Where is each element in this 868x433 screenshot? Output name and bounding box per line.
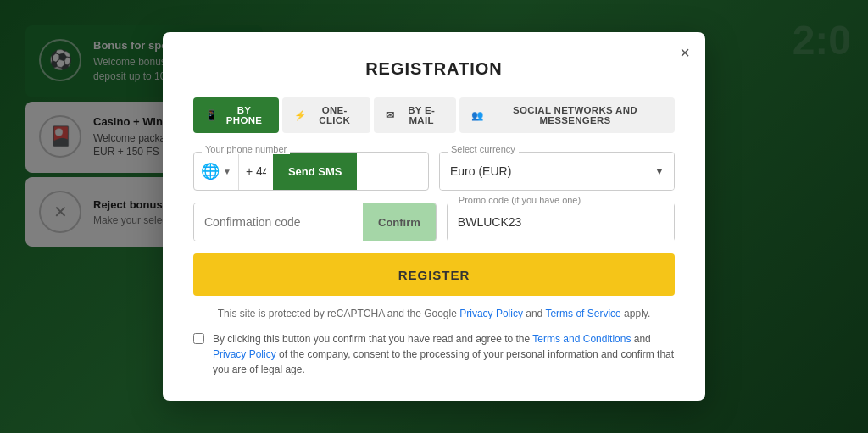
phone-label: Your phone number bbox=[202, 144, 290, 154]
terms-of-service-link[interactable]: Terms of Service bbox=[545, 308, 620, 319]
privacy-policy-checkbox-link[interactable]: Privacy Policy bbox=[213, 348, 276, 360]
promo-code-input[interactable] bbox=[448, 203, 674, 241]
globe-icon: 🌐 bbox=[201, 162, 220, 180]
oneclick-tab-label: ONE-CLICK bbox=[310, 105, 359, 125]
registration-modal: × REGISTRATION 📱 BY PHONE ⚡ ONE-CLICK ✉ … bbox=[163, 32, 705, 401]
tab-by-phone[interactable]: 📱 BY PHONE bbox=[193, 97, 279, 133]
oneclick-tab-icon: ⚡ bbox=[294, 109, 306, 121]
privacy-policy-link[interactable]: Privacy Policy bbox=[459, 308, 523, 319]
confirm-button[interactable]: Confirm bbox=[363, 203, 436, 241]
currency-select[interactable]: Euro (EUR) USD (USD) GBP (GBP) bbox=[440, 153, 674, 190]
registration-tabs: 📱 BY PHONE ⚡ ONE-CLICK ✉ BY E-MAIL 👥 SOC… bbox=[193, 97, 675, 133]
phone-prefix-input[interactable] bbox=[239, 153, 273, 190]
terms-conditions-link[interactable]: Terms and Conditions bbox=[532, 333, 631, 345]
recaptcha-notice: This site is protected by reCAPTCHA and … bbox=[193, 308, 675, 319]
terms-checkbox[interactable] bbox=[193, 333, 204, 344]
promo-label: Promo code (if you have one) bbox=[455, 195, 584, 205]
checkbox-text: By clicking this button you confirm that… bbox=[213, 331, 675, 377]
tab-one-click[interactable]: ⚡ ONE-CLICK bbox=[282, 97, 371, 133]
tab-social[interactable]: 👥 SOCIAL NETWORKS AND MESSENGERS bbox=[459, 97, 675, 133]
phone-input-wrapper: 🌐 ▼ Send SMS bbox=[193, 152, 429, 191]
social-tab-label: SOCIAL NETWORKS AND MESSENGERS bbox=[487, 105, 663, 125]
currency-label: Select currency bbox=[448, 144, 519, 154]
phone-field-group: Your phone number 🌐 ▼ Send SMS bbox=[193, 152, 429, 191]
currency-select-wrapper: Euro (EUR) USD (USD) GBP (GBP) bbox=[439, 152, 675, 191]
confirmation-code-input[interactable] bbox=[194, 203, 363, 241]
tab-by-email[interactable]: ✉ BY E-MAIL bbox=[374, 97, 455, 133]
confirm-promo-row: Confirm Promo code (if you have one) bbox=[193, 203, 675, 241]
currency-field-group: Select currency Euro (EUR) USD (USD) GBP… bbox=[439, 152, 675, 191]
email-tab-label: BY E-MAIL bbox=[399, 105, 444, 125]
email-tab-icon: ✉ bbox=[386, 109, 394, 121]
dropdown-chevron-icon: ▼ bbox=[223, 167, 231, 176]
confirmation-input-wrapper: Confirm bbox=[193, 203, 437, 241]
phone-tab-icon: 📱 bbox=[205, 109, 217, 121]
modal-backdrop: × REGISTRATION 📱 BY PHONE ⚡ ONE-CLICK ✉ … bbox=[0, 0, 868, 433]
social-tab-icon: 👥 bbox=[471, 109, 483, 121]
register-button[interactable]: REGISTER bbox=[193, 253, 675, 296]
send-sms-button[interactable]: Send SMS bbox=[273, 153, 358, 190]
modal-title: REGISTRATION bbox=[193, 59, 675, 79]
terms-checkbox-row: By clicking this button you confirm that… bbox=[193, 331, 675, 377]
phone-tab-label: BY PHONE bbox=[221, 105, 266, 125]
close-button[interactable]: × bbox=[680, 44, 690, 61]
promo-field-group: Promo code (if you have one) bbox=[447, 203, 675, 241]
phone-currency-row: Your phone number 🌐 ▼ Send SMS Select cu… bbox=[193, 152, 675, 191]
confirmation-field-group: Confirm bbox=[193, 203, 437, 241]
promo-input-wrapper bbox=[447, 203, 675, 241]
country-flag-selector[interactable]: 🌐 ▼ bbox=[194, 153, 239, 190]
